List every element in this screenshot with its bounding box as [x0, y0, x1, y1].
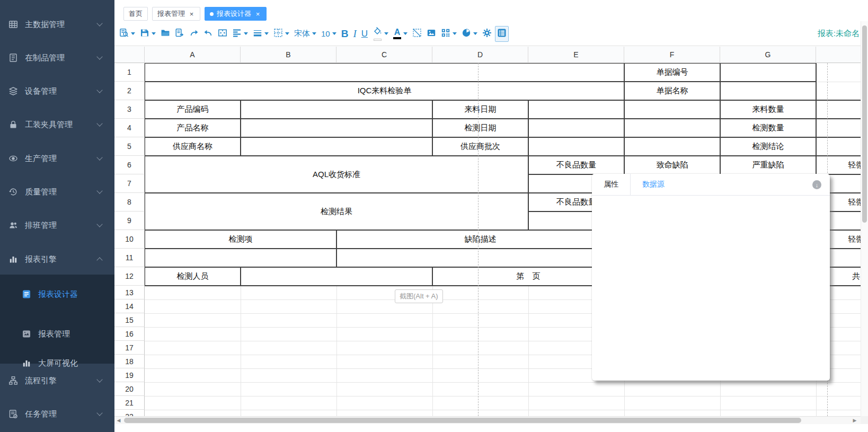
cell-E3[interactable] [528, 100, 625, 119]
row-header-19[interactable]: 19 [114, 368, 145, 382]
font-color-button[interactable]: A [392, 27, 409, 40]
panel-tab-properties[interactable]: 属性 [592, 174, 631, 195]
column-header-E[interactable]: E [528, 47, 624, 63]
cell-A2[interactable]: IQC来料检验单 [144, 81, 625, 101]
row-header-6[interactable]: 6 [114, 156, 145, 174]
column-header-C[interactable]: C [336, 47, 432, 63]
cell-F4[interactable] [624, 118, 721, 138]
row-header-10[interactable]: 10 [114, 230, 145, 249]
collapse-panel-button[interactable]: ↓ [812, 180, 821, 189]
cell-E6[interactable]: 不良品数量 [528, 155, 625, 175]
close-tab-icon[interactable]: × [254, 11, 261, 17]
insert-image-button[interactable] [425, 27, 438, 41]
form-list-button[interactable] [495, 26, 509, 42]
underline-button[interactable]: U [360, 28, 369, 39]
vertical-scrollbar[interactable] [861, 21, 868, 424]
cell-D5[interactable]: 供应商批次 [432, 137, 529, 156]
cell-G1[interactable] [720, 63, 817, 82]
row-header-22[interactable]: 22 [114, 410, 145, 416]
cell-H5[interactable] [816, 137, 861, 156]
sidebar-item-报表引擎[interactable]: 报表引擎 [0, 244, 114, 274]
cell-F2[interactable]: 单据名称 [624, 81, 721, 101]
cell-A11[interactable] [144, 248, 337, 268]
cell-H4[interactable] [816, 118, 861, 138]
sidebar-item-主数据管理[interactable]: 主数据管理 [0, 10, 114, 39]
row-header-21[interactable]: 21 [114, 396, 145, 410]
sidebar-item-质量管理[interactable]: 质量管理 [0, 177, 114, 207]
cell-B3[interactable] [240, 100, 433, 119]
row-header-13[interactable]: 13 [114, 286, 145, 299]
cell-H6[interactable]: 轻微缺陷 [816, 155, 861, 175]
horizontal-scrollbar[interactable]: ◀ ▶ [114, 416, 861, 424]
cell-A1[interactable] [144, 63, 625, 82]
cell-G3[interactable]: 来料数量 [720, 100, 817, 119]
sidebar-item-工装夹具管理[interactable]: 工装夹具管理 [0, 110, 114, 139]
settings-button[interactable] [481, 27, 493, 41]
column-header-G[interactable]: G [720, 47, 816, 63]
row-header-20[interactable]: 20 [114, 382, 145, 396]
sidebar-item-任务管理[interactable]: 任务管理 [0, 399, 114, 429]
save-button[interactable] [138, 27, 157, 41]
cell-D4[interactable]: 检测日期 [432, 118, 529, 138]
column-header-D[interactable]: D [432, 47, 528, 63]
fill-color-button[interactable] [371, 25, 390, 42]
qrcode-button[interactable] [439, 27, 458, 41]
row-header-14[interactable]: 14 [114, 299, 145, 313]
cell-G6[interactable]: 严重缺陷 [720, 155, 817, 175]
preview-button[interactable] [118, 27, 137, 41]
scroll-right-arrow-icon[interactable]: ▶ [851, 417, 858, 424]
font-size-button[interactable]: 10 [320, 28, 338, 39]
diagonal-cell-button[interactable] [411, 27, 423, 41]
cell-C11[interactable] [336, 248, 625, 268]
cell-F1[interactable]: 单据编号 [624, 63, 721, 82]
row-header-2[interactable]: 2 [114, 82, 145, 100]
row-header-7[interactable]: 7 [114, 174, 145, 193]
tab-报表设计器[interactable]: 报表设计器× [205, 7, 267, 21]
italic-button[interactable]: I [351, 28, 358, 40]
cell-A5[interactable]: 供应商名称 [144, 137, 241, 156]
cell-A12[interactable]: 检测人员 [144, 267, 241, 286]
cell-H3[interactable] [816, 100, 861, 119]
row-header-5[interactable]: 5 [114, 137, 145, 156]
close-tab-icon[interactable]: × [188, 11, 195, 17]
vertical-scroll-thumb[interactable] [862, 25, 867, 223]
bold-button[interactable]: B [340, 28, 350, 40]
cell-B12[interactable] [240, 267, 433, 286]
export-button[interactable] [173, 27, 186, 41]
cell-A8[interactable]: 检测结果 [144, 192, 529, 231]
cell-D3[interactable]: 来料日期 [432, 100, 529, 119]
column-header-B[interactable]: B [241, 47, 336, 63]
row-header-3[interactable]: 3 [114, 100, 145, 119]
cell-F3[interactable] [624, 100, 721, 119]
line-style-button[interactable] [251, 27, 270, 41]
row-header-16[interactable]: 16 [114, 327, 145, 341]
merge-cells-button[interactable] [216, 27, 229, 41]
column-header-A[interactable]: A [145, 47, 241, 63]
sidebar-item-在制品管理[interactable]: 在制品管理 [0, 43, 114, 73]
row-header-11[interactable]: 11 [114, 249, 145, 267]
column-header-H[interactable]: H [816, 47, 861, 63]
panel-tab-datasource[interactable]: 数据源 [631, 174, 676, 195]
cell-G4[interactable]: 检测数量 [720, 118, 817, 138]
cell-C10[interactable]: 缺陷描述 [336, 230, 625, 249]
borders-button[interactable] [272, 27, 291, 41]
cell-A10[interactable]: 检测项 [144, 230, 337, 249]
cell-F5[interactable] [624, 137, 721, 156]
redo-button[interactable] [188, 27, 200, 41]
row-header-12[interactable]: 12 [114, 267, 145, 286]
insert-chart-button[interactable] [460, 27, 479, 41]
row-header-17[interactable]: 17 [114, 341, 145, 355]
tab-首页[interactable]: 首页 [123, 7, 148, 21]
cell-B4[interactable] [240, 118, 433, 138]
row-header-1[interactable]: 1 [114, 63, 145, 82]
row-header-15[interactable]: 15 [114, 313, 145, 327]
cell-A3[interactable]: 产品编码 [144, 100, 241, 119]
row-header-8[interactable]: 8 [114, 193, 145, 211]
sidebar-item-报表管理[interactable]: 报表管理 [0, 319, 114, 349]
sidebar-item-设备管理[interactable]: 设备管理 [0, 76, 114, 106]
undo-button[interactable] [202, 27, 215, 41]
row-header-9[interactable]: 9 [114, 211, 145, 230]
font-family-button[interactable]: 宋体 [293, 28, 318, 40]
cell-E4[interactable] [528, 118, 625, 138]
cell-F6[interactable]: 致命缺陷 [624, 155, 721, 175]
